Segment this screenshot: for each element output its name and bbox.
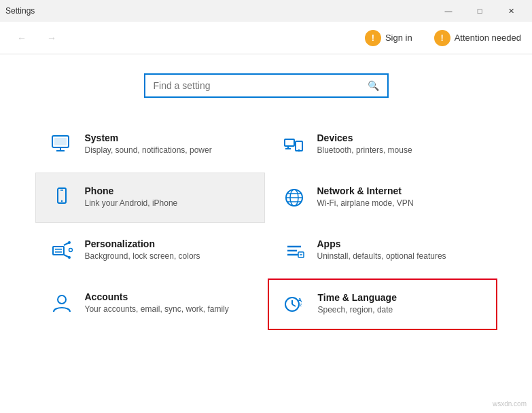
svg-point-21 <box>68 241 71 244</box>
attention-icon: ! <box>434 30 450 46</box>
signin-notification[interactable]: ! Sign in <box>365 30 412 46</box>
svg-point-23 <box>69 249 72 252</box>
title-bar: Settings — □ ✕ <box>0 0 532 22</box>
svg-point-31 <box>58 295 66 304</box>
apps-text: Apps Uninstall, defaults, optional featu… <box>317 238 446 262</box>
setting-network[interactable]: Network & Internet Wi-Fi, airplane mode,… <box>268 173 497 223</box>
forward-button[interactable]: → <box>41 27 63 49</box>
svg-point-9 <box>298 151 300 152</box>
search-icon[interactable]: 🔍 <box>368 80 379 91</box>
apps-title: Apps <box>317 238 446 249</box>
devices-text: Devices Bluetooth, printers, mouse <box>317 132 412 156</box>
search-input[interactable] <box>154 80 362 91</box>
system-title: System <box>85 132 212 143</box>
personalization-title: Personalization <box>85 238 200 249</box>
system-icon <box>50 132 74 157</box>
network-icon <box>282 185 306 210</box>
phone-icon <box>50 185 74 210</box>
apps-desc: Uninstall, defaults, optional features <box>317 251 446 262</box>
setting-time-language[interactable]: A z Time & Language Speech, region, date <box>268 279 497 330</box>
personalization-icon <box>50 238 74 263</box>
setting-personalization[interactable]: Personalization Background, lock screen,… <box>35 226 265 276</box>
accounts-title: Accounts <box>85 291 229 302</box>
svg-point-22 <box>68 256 71 259</box>
time-language-text: Time & Language Speech, region, date <box>318 292 397 316</box>
attention-label: Attention needed <box>455 33 521 43</box>
time-language-desc: Speech, region, date <box>318 304 397 316</box>
svg-rect-4 <box>285 139 294 146</box>
network-desc: Wi-Fi, airplane mode, VPN <box>317 198 414 209</box>
system-text: System Display, sound, notifications, po… <box>85 132 212 156</box>
phone-desc: Link your Android, iPhone <box>85 198 178 209</box>
devices-desc: Bluetooth, printers, mouse <box>317 145 412 156</box>
phone-title: Phone <box>85 185 178 196</box>
time-language-title: Time & Language <box>318 292 397 303</box>
time-language-icon: A z <box>283 292 307 317</box>
svg-line-34 <box>292 304 296 306</box>
main-content: 🔍 System Display, sound, notifications, … <box>0 54 532 413</box>
back-button[interactable]: ← <box>11 27 33 49</box>
maximize-button[interactable]: □ <box>464 0 495 22</box>
title-bar-controls: — □ ✕ <box>433 0 527 22</box>
search-container: 🔍 <box>144 73 389 98</box>
svg-rect-5 <box>296 141 302 151</box>
apps-icon <box>282 238 306 263</box>
network-title: Network & Internet <box>317 185 414 196</box>
search-box: 🔍 <box>144 73 389 98</box>
phone-text: Phone Link your Android, iPhone <box>85 185 178 209</box>
watermark: wsxdn.com <box>493 400 527 408</box>
title-bar-left: Settings <box>5 6 35 16</box>
accounts-desc: Your accounts, email, sync, work, family <box>85 304 229 315</box>
setting-devices[interactable]: Devices Bluetooth, printers, mouse <box>268 120 497 170</box>
svg-point-12 <box>60 200 62 202</box>
accounts-text: Accounts Your accounts, email, sync, wor… <box>85 291 229 315</box>
personalization-desc: Background, lock screen, colors <box>85 251 200 262</box>
devices-icon <box>282 132 306 157</box>
setting-phone[interactable]: Phone Link your Android, iPhone <box>35 173 265 223</box>
close-button[interactable]: ✕ <box>495 0 527 22</box>
svg-rect-3 <box>54 138 67 145</box>
minimize-button[interactable]: — <box>433 0 464 22</box>
setting-system[interactable]: System Display, sound, notifications, po… <box>35 120 265 170</box>
svg-text:z: z <box>300 302 302 307</box>
app-title: Settings <box>5 6 35 16</box>
network-text: Network & Internet Wi-Fi, airplane mode,… <box>317 185 414 209</box>
system-desc: Display, sound, notifications, power <box>85 145 212 156</box>
setting-accounts[interactable]: Accounts Your accounts, email, sync, wor… <box>35 279 265 330</box>
personalization-text: Personalization Background, lock screen,… <box>85 238 200 262</box>
settings-grid: System Display, sound, notifications, po… <box>35 120 497 330</box>
accounts-icon <box>50 291 74 316</box>
signin-label: Sign in <box>385 33 412 43</box>
devices-title: Devices <box>317 132 412 143</box>
svg-rect-18 <box>53 247 64 255</box>
nav-bar: ← → ! Sign in ! Attention needed <box>0 22 532 54</box>
nav-notifications: ! Sign in ! Attention needed <box>365 30 521 46</box>
signin-icon: ! <box>365 30 381 46</box>
setting-apps[interactable]: Apps Uninstall, defaults, optional featu… <box>268 226 497 276</box>
attention-notification[interactable]: ! Attention needed <box>434 30 521 46</box>
